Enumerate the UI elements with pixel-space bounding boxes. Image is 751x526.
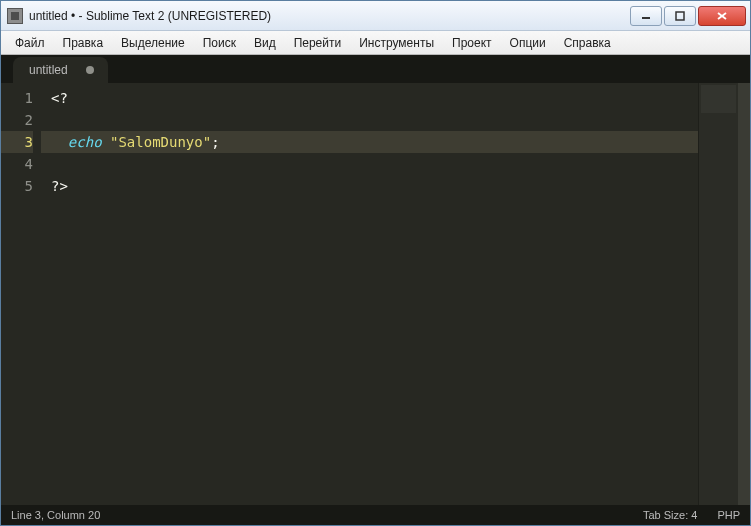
close-button[interactable] <box>698 6 746 26</box>
line-number: 3 <box>1 131 33 153</box>
token-plain <box>102 134 110 150</box>
line-number: 4 <box>1 153 33 175</box>
editor-area: 12345 <? echo "SalomDunyo";?> <box>1 83 750 505</box>
minimap[interactable] <box>698 83 738 505</box>
code-line[interactable]: echo "SalomDunyo"; <box>41 131 698 153</box>
statusbar: Line 3, Column 20 Tab Size: 4 PHP <box>1 505 750 525</box>
menu-help[interactable]: Справка <box>556 33 619 53</box>
menu-view[interactable]: Вид <box>246 33 284 53</box>
menubar: Файл Правка Выделение Поиск Вид Перейти … <box>1 31 750 55</box>
tab-label: untitled <box>29 63 68 77</box>
close-icon <box>716 11 728 21</box>
dirty-indicator-icon <box>86 66 94 74</box>
token-delim: ?> <box>51 178 68 194</box>
menu-preferences[interactable]: Опции <box>502 33 554 53</box>
titlebar[interactable]: untitled • - Sublime Text 2 (UNREGISTERE… <box>1 1 750 31</box>
code-line[interactable] <box>41 109 698 131</box>
line-number: 2 <box>1 109 33 131</box>
code-line[interactable]: <? <box>41 87 698 109</box>
window-controls <box>630 6 746 26</box>
menu-find[interactable]: Поиск <box>195 33 244 53</box>
menu-selection[interactable]: Выделение <box>113 33 193 53</box>
minimap-viewport[interactable] <box>701 85 736 113</box>
menu-project[interactable]: Проект <box>444 33 500 53</box>
token-keyword: echo <box>68 134 102 150</box>
token-plain <box>51 134 68 150</box>
maximize-icon <box>675 11 685 21</box>
menu-goto[interactable]: Перейти <box>286 33 350 53</box>
token-delim: <? <box>51 90 68 106</box>
vertical-scrollbar[interactable] <box>738 83 750 505</box>
window-title: untitled • - Sublime Text 2 (UNREGISTERE… <box>29 9 630 23</box>
code-line[interactable]: ?> <box>41 175 698 197</box>
minimize-button[interactable] <box>630 6 662 26</box>
svg-rect-1 <box>676 12 684 20</box>
status-tab-size[interactable]: Tab Size: 4 <box>643 509 697 521</box>
code-line[interactable] <box>41 153 698 175</box>
token-delim: ; <box>211 134 219 150</box>
menu-file[interactable]: Файл <box>7 33 53 53</box>
app-icon <box>7 8 23 24</box>
tab-untitled[interactable]: untitled <box>13 57 108 83</box>
token-string: "SalomDunyo" <box>110 134 211 150</box>
gutter: 12345 <box>1 83 41 505</box>
code-editor[interactable]: <? echo "SalomDunyo";?> <box>41 83 698 505</box>
status-position[interactable]: Line 3, Column 20 <box>11 509 100 521</box>
menu-tools[interactable]: Инструменты <box>351 33 442 53</box>
line-number: 5 <box>1 175 33 197</box>
status-syntax[interactable]: PHP <box>717 509 740 521</box>
minimize-icon <box>641 11 651 21</box>
menu-edit[interactable]: Правка <box>55 33 112 53</box>
app-window: untitled • - Sublime Text 2 (UNREGISTERE… <box>0 0 751 526</box>
maximize-button[interactable] <box>664 6 696 26</box>
line-number: 1 <box>1 87 33 109</box>
tabbar: untitled <box>1 55 750 83</box>
